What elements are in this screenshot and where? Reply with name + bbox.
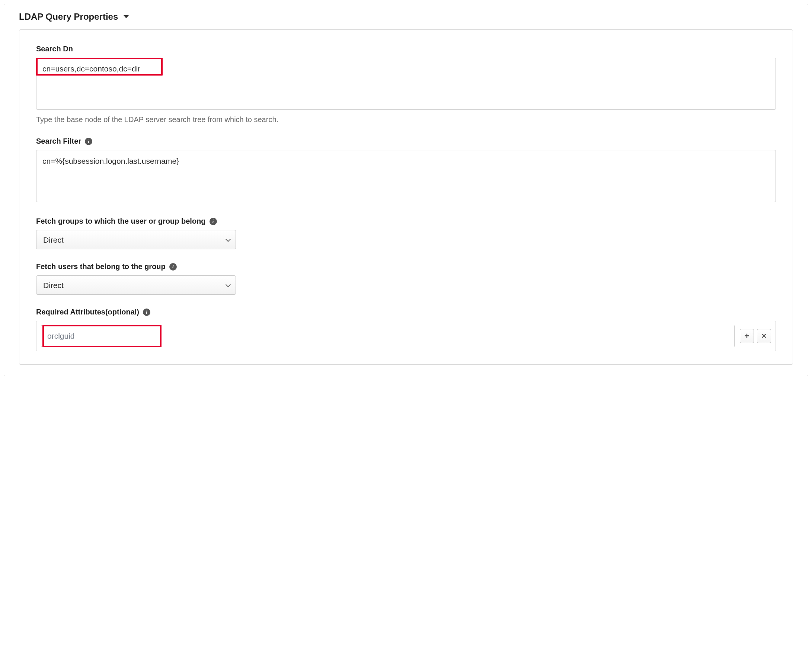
times-icon: × (762, 332, 766, 340)
fetch-users-select[interactable]: Direct (36, 275, 236, 295)
add-attribute-button[interactable]: + (740, 329, 754, 343)
fetch-groups-select[interactable]: Direct (36, 230, 236, 249)
info-icon[interactable]: i (85, 138, 92, 145)
field-search-dn: Search Dn Type the base node of the LDAP… (36, 45, 776, 124)
search-dn-label: Search Dn (36, 45, 776, 53)
field-fetch-users: Fetch users that belong to the group i D… (36, 263, 776, 295)
required-attribute-input[interactable] (41, 325, 734, 347)
field-required-attributes: Required Attributes(optional) i + × (36, 308, 776, 351)
required-attributes-label: Required Attributes(optional) (36, 308, 139, 316)
outer-panel: LDAP Query Properties Search Dn Type the… (4, 4, 808, 376)
search-filter-label: Search Filter (36, 137, 81, 145)
properties-panel: Search Dn Type the base node of the LDAP… (19, 29, 793, 365)
field-fetch-groups: Fetch groups to which the user or group … (36, 217, 776, 249)
search-filter-input[interactable] (36, 150, 776, 202)
info-icon[interactable]: i (209, 218, 217, 225)
section-title: LDAP Query Properties (19, 12, 118, 22)
field-search-filter: Search Filter i (36, 137, 776, 204)
remove-attribute-button[interactable]: × (757, 329, 771, 343)
fetch-users-label: Fetch users that belong to the group (36, 263, 166, 271)
plus-icon: + (745, 332, 749, 340)
info-icon[interactable]: i (143, 308, 150, 316)
required-attributes-row: + × (36, 321, 776, 351)
search-dn-input[interactable] (36, 58, 776, 110)
fetch-groups-label: Fetch groups to which the user or group … (36, 217, 206, 226)
section-header-toggle[interactable]: LDAP Query Properties (19, 12, 793, 22)
search-dn-helper: Type the base node of the LDAP server se… (36, 115, 776, 124)
info-icon[interactable]: i (169, 263, 177, 270)
svg-marker-0 (124, 15, 129, 18)
caret-down-icon (123, 14, 129, 20)
